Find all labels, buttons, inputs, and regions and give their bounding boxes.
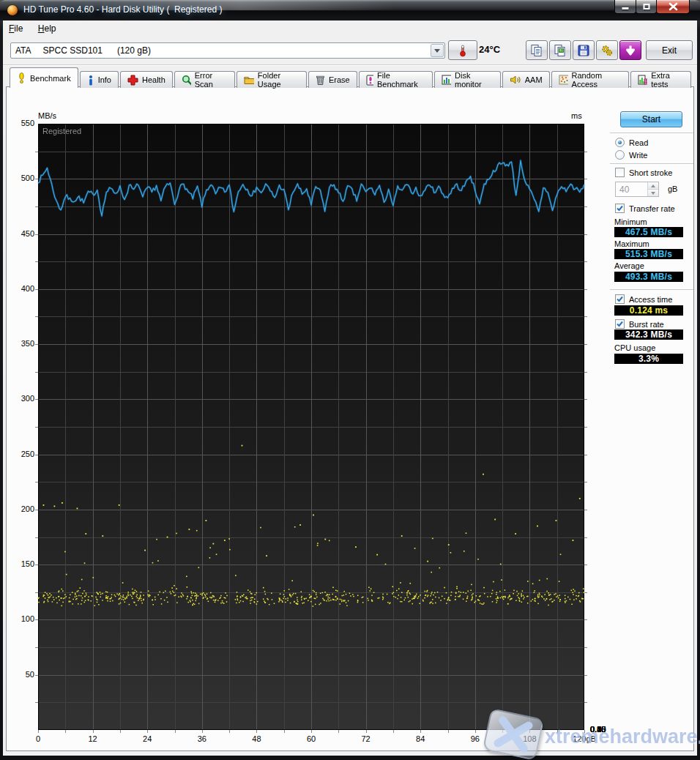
separator — [610, 133, 693, 134]
capacity-unit-label: gB — [668, 185, 677, 193]
copy-text-button[interactable] — [526, 40, 548, 60]
tab-file-benchmark[interactable]: File Benchmark — [359, 71, 433, 88]
copy-image-icon — [554, 44, 567, 57]
minimize-button[interactable] — [614, 0, 636, 14]
access-time-row[interactable]: Access time — [615, 294, 672, 304]
y-right-unit-label: ms — [571, 111, 582, 120]
tab-health[interactable]: Health — [120, 71, 173, 88]
download-arrow-icon — [624, 44, 637, 57]
disk-monitor-icon — [442, 75, 451, 85]
tab-error-scan[interactable]: Error Scan — [174, 71, 235, 88]
tab-aam[interactable]: AAM — [502, 71, 550, 88]
axis-tick-label: 60 — [295, 734, 327, 743]
axis-tick-label: 300 — [8, 394, 34, 403]
toolbar-separator — [3, 64, 697, 66]
exit-button[interactable]: Exit — [646, 40, 693, 60]
tab-disk-monitor[interactable]: Disk monitor — [434, 71, 501, 88]
tab-erase[interactable]: Erase — [308, 71, 357, 88]
average-value: 493.3 MB/s — [614, 272, 683, 282]
drive-selector[interactable]: ATA SPCC SSD101 (120 gB) — [10, 42, 445, 59]
info-icon — [87, 75, 94, 86]
benchmark-chart — [35, 124, 587, 734]
access-time-value: 0.124 ms — [614, 305, 683, 316]
check-icon — [616, 320, 624, 328]
average-label: Average — [614, 261, 644, 270]
app-window: HD Tune Pro 4.60 - Hard Disk Utility ( R… — [0, 0, 700, 760]
axis-tick-label: 550 — [8, 119, 34, 127]
axis-tick-label: 84 — [404, 734, 436, 743]
read-radio[interactable] — [615, 138, 625, 147]
burst-rate-value: 342.3 MB/s — [614, 329, 683, 340]
tab-extra-tests[interactable]: Extra tests — [630, 71, 691, 88]
short-stroke-row[interactable]: Short stroke — [615, 168, 672, 177]
start-button[interactable]: Start — [620, 111, 682, 127]
menu-bar: File Help — [3, 21, 697, 38]
axis-tick-label: 450 — [8, 229, 34, 238]
window-controls — [615, 0, 690, 14]
maximum-value: 515.3 MB/s — [614, 249, 683, 259]
app-icon — [7, 5, 18, 15]
chevron-down-icon[interactable] — [431, 44, 444, 57]
window-title: HD Tune Pro 4.60 - Hard Disk Utility ( R… — [23, 4, 222, 15]
capacity-spinner[interactable]: 40 — [615, 182, 659, 197]
axis-tick-label: 72 — [350, 734, 382, 743]
axis-tick-label: 250 — [8, 450, 34, 458]
axis-tick-label: 200 — [8, 504, 34, 513]
maximize-button[interactable] — [636, 0, 657, 14]
copy-image-button[interactable] — [549, 40, 571, 60]
axis-tick-label: 12 — [77, 734, 109, 743]
axis-tick-label: 36 — [186, 734, 218, 743]
tab-info[interactable]: Info — [80, 71, 119, 88]
maximize-icon — [643, 4, 649, 10]
separator — [610, 289, 693, 291]
tab-random-access[interactable]: Random Access — [551, 71, 630, 88]
transfer-rate-row[interactable]: Transfer rate — [615, 204, 675, 213]
title-bar[interactable]: HD Tune Pro 4.60 - Hard Disk Utility ( R… — [0, 0, 700, 21]
spinner-down-button[interactable] — [648, 190, 658, 196]
drive-selector-value: ATA SPCC SSD101 (120 gB) — [11, 45, 431, 56]
capacity-value: 40 — [616, 182, 647, 196]
screenshot-button[interactable] — [619, 40, 641, 60]
axis-tick-label: 50 — [8, 670, 34, 679]
benchmark-panel: MB/s ms Registered 550500450400350300250… — [6, 86, 694, 751]
site-watermark: xtremehardware.com — [545, 726, 700, 748]
aam-icon — [510, 75, 521, 85]
tab-benchmark[interactable]: Benchmark — [10, 67, 78, 88]
access-time-checkbox[interactable] — [615, 294, 625, 304]
close-button[interactable] — [656, 0, 690, 14]
save-icon — [577, 44, 590, 57]
axis-tick-label: 400 — [8, 284, 34, 293]
spinner-up-button[interactable] — [648, 182, 658, 190]
axis-tick-label: 350 — [8, 339, 34, 348]
benchmark-icon — [17, 72, 26, 83]
save-button[interactable] — [573, 40, 595, 60]
menu-help[interactable]: Help — [32, 21, 62, 37]
short-stroke-checkbox[interactable] — [615, 168, 625, 177]
file-benchmark-icon — [366, 75, 373, 86]
axis-tick-label: 0 — [22, 734, 54, 743]
burst-rate-row[interactable]: Burst rate — [615, 319, 664, 329]
temperature-value: 24°C — [479, 44, 500, 55]
y-left-unit-label: MB/s — [38, 111, 56, 120]
options-button[interactable] — [596, 40, 618, 60]
transfer-rate-checkbox[interactable] — [615, 204, 625, 213]
minimum-label: Minimum — [614, 217, 647, 226]
copy-text-icon — [530, 44, 543, 57]
client-area: File Help ATA SPCC SSD101 (120 gB) 24°C — [3, 21, 697, 756]
write-radio[interactable] — [615, 150, 625, 160]
tab-folder-usage[interactable]: Folder Usage — [237, 71, 307, 88]
check-icon — [616, 295, 624, 303]
axis-tick-label: 24 — [131, 734, 163, 743]
temperature-button[interactable] — [448, 40, 477, 60]
read-radio-row[interactable]: Read — [615, 138, 648, 147]
thermometer-icon — [458, 44, 468, 57]
registered-watermark: Registered — [42, 127, 81, 135]
write-radio-row[interactable]: Write — [615, 150, 647, 160]
folder-icon — [244, 75, 254, 85]
cpu-usage-label: CPU usage — [614, 343, 655, 352]
maximum-label: Maximum — [614, 239, 649, 248]
menu-file[interactable]: File — [3, 21, 29, 37]
random-access-icon — [559, 75, 568, 85]
burst-rate-checkbox[interactable] — [615, 319, 625, 329]
extra-tests-icon — [638, 75, 647, 85]
